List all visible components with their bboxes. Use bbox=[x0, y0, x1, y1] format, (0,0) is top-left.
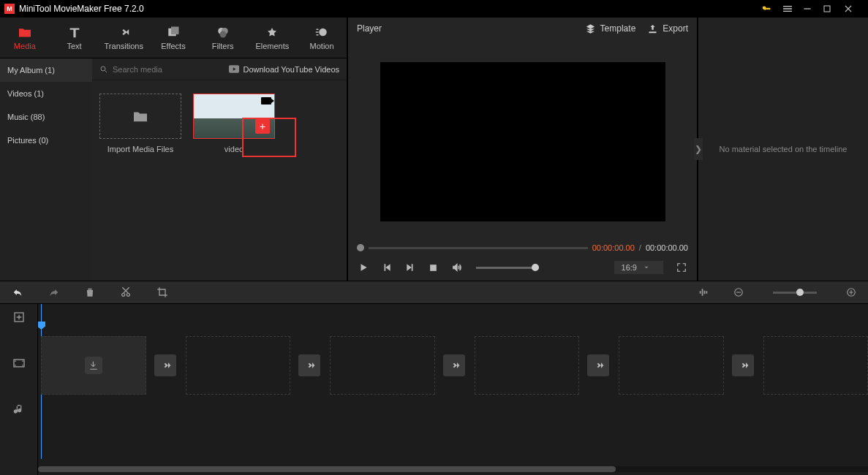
clip-slot[interactable] bbox=[330, 336, 435, 395]
player-pane: Player Template Export 00:00:00.00 / 00:… bbox=[348, 18, 698, 281]
tab-label: Transitions bbox=[105, 42, 143, 50]
svg-rect-16 bbox=[15, 361, 15, 362]
tab-media[interactable]: Media bbox=[1, 26, 48, 50]
redo-button[interactable] bbox=[48, 287, 60, 297]
audio-track[interactable] bbox=[38, 398, 868, 449]
svg-rect-18 bbox=[22, 361, 23, 362]
transition-slot[interactable] bbox=[587, 354, 609, 376]
tab-label: Text bbox=[67, 42, 81, 50]
preview-screen bbox=[380, 62, 665, 221]
transition-slot[interactable] bbox=[298, 354, 320, 376]
export-button[interactable]: Export bbox=[647, 23, 688, 34]
clip-slot[interactable] bbox=[41, 336, 146, 395]
svg-rect-17 bbox=[15, 365, 15, 365]
scrub-handle[interactable] bbox=[357, 244, 364, 251]
zoom-slider[interactable] bbox=[773, 292, 817, 294]
minimize-icon[interactable] bbox=[802, 4, 823, 14]
highlight-overlay bbox=[242, 118, 296, 157]
add-track-button[interactable] bbox=[13, 311, 25, 323]
crop-button[interactable] bbox=[156, 286, 168, 298]
app-logo: M bbox=[4, 4, 15, 14]
tab-filters[interactable]: Filters bbox=[200, 26, 246, 50]
volume-button[interactable] bbox=[451, 262, 463, 273]
maximize-icon[interactable] bbox=[823, 4, 843, 13]
zoom-out-button[interactable] bbox=[733, 287, 744, 297]
svg-rect-1 bbox=[824, 6, 830, 12]
clip-slot[interactable] bbox=[186, 336, 291, 395]
video-track-icon bbox=[12, 358, 26, 368]
tab-transitions[interactable]: Transitions bbox=[101, 26, 147, 50]
tab-text[interactable]: Text bbox=[51, 26, 97, 50]
time-sep: / bbox=[639, 243, 641, 252]
transition-slot[interactable] bbox=[732, 354, 754, 376]
tab-motion[interactable]: Motion bbox=[299, 26, 345, 50]
media-toolbar: Download YouTube Videos bbox=[92, 58, 347, 80]
tab-effects[interactable]: Effects bbox=[150, 26, 196, 50]
undo-button[interactable] bbox=[12, 287, 23, 297]
prev-button[interactable] bbox=[382, 262, 392, 273]
video-type-icon bbox=[261, 97, 271, 104]
transition-slot[interactable] bbox=[443, 354, 465, 376]
properties-pane: ❯ No material selected on the timeline bbox=[698, 18, 868, 281]
delete-button[interactable] bbox=[85, 286, 95, 298]
scrub-bar[interactable]: 00:00:00.00 / 00:00:00.00 bbox=[351, 241, 694, 254]
download-label: Download YouTube Videos bbox=[244, 65, 340, 74]
stop-button[interactable] bbox=[429, 263, 438, 273]
tab-label: Motion bbox=[310, 42, 334, 50]
time-current: 00:00:00.00 bbox=[592, 243, 635, 252]
media-thumbnail[interactable]: + bbox=[193, 94, 275, 139]
menu-icon[interactable] bbox=[782, 3, 802, 15]
timeline-scrollbar[interactable] bbox=[38, 466, 868, 472]
svg-point-6 bbox=[219, 31, 226, 37]
tab-elements[interactable]: Elements bbox=[249, 26, 295, 50]
media-grid: Import Media Files + video bbox=[92, 80, 347, 281]
video-track[interactable] bbox=[38, 333, 868, 398]
fullscreen-button[interactable] bbox=[676, 262, 687, 273]
key-icon[interactable] bbox=[761, 4, 782, 14]
collapse-handle[interactable]: ❯ bbox=[694, 138, 703, 160]
album-item-videos[interactable]: Videos (1) bbox=[0, 82, 92, 105]
template-button[interactable]: Template bbox=[585, 23, 636, 34]
zoom-in-button[interactable] bbox=[846, 287, 856, 297]
tab-label: Media bbox=[14, 42, 36, 50]
clip-slot[interactable] bbox=[763, 336, 869, 395]
cut-button[interactable] bbox=[120, 286, 132, 298]
svg-rect-3 bbox=[171, 26, 179, 34]
tab-label: Filters bbox=[212, 42, 234, 50]
drop-clip-icon bbox=[85, 357, 102, 374]
import-label: Import Media Files bbox=[107, 145, 173, 153]
app-title: MiniTool MovieMaker Free 7.2.0 bbox=[19, 4, 144, 14]
next-button[interactable] bbox=[405, 262, 415, 273]
svg-rect-19 bbox=[22, 365, 23, 365]
audio-sync-icon[interactable] bbox=[698, 286, 709, 298]
svg-point-8 bbox=[101, 66, 105, 71]
svg-point-7 bbox=[319, 28, 327, 36]
volume-slider[interactable] bbox=[476, 267, 539, 269]
transition-slot[interactable] bbox=[154, 354, 176, 376]
timeline-ruler[interactable] bbox=[38, 304, 868, 333]
search-input[interactable] bbox=[113, 65, 200, 74]
clip-slot[interactable] bbox=[619, 336, 724, 395]
clip-slot[interactable] bbox=[475, 336, 580, 395]
album-header[interactable]: My Album (1) bbox=[0, 58, 92, 82]
time-total: 00:00:00.00 bbox=[646, 243, 688, 252]
no-selection-msg: No material selected on the timeline bbox=[720, 145, 848, 153]
search-icon bbox=[99, 65, 108, 74]
svg-rect-0 bbox=[804, 8, 810, 9]
album-item-music[interactable]: Music (88) bbox=[0, 105, 92, 129]
album-item-pictures[interactable]: Pictures (0) bbox=[0, 129, 92, 152]
titlebar: M MiniTool MovieMaker Free 7.2.0 bbox=[0, 0, 868, 18]
tab-label: Elements bbox=[255, 42, 289, 50]
close-icon[interactable] bbox=[843, 4, 864, 14]
timeline-toolbar bbox=[0, 281, 868, 304]
player-title: Player bbox=[357, 23, 382, 34]
import-media-button[interactable] bbox=[99, 94, 181, 139]
clip-name: video bbox=[224, 145, 244, 153]
primary-tabs: Media Text Transitions Effects Filters E… bbox=[0, 18, 347, 58]
svg-rect-10 bbox=[430, 265, 437, 271]
audio-track-icon bbox=[13, 403, 25, 415]
play-button[interactable] bbox=[358, 262, 369, 273]
album-sidebar: My Album (1) Videos (1) Music (88) Pictu… bbox=[0, 58, 92, 281]
download-youtube-link[interactable]: Download YouTube Videos bbox=[229, 65, 340, 74]
aspect-ratio-select[interactable]: 16:9 bbox=[614, 261, 663, 274]
